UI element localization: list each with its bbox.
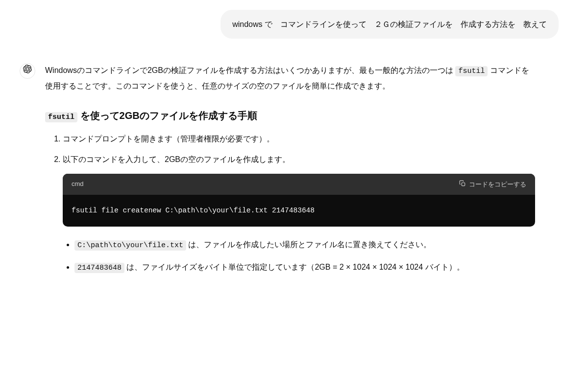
bullet-list: C:\path\to\your\file.txt は、ファイルを作成したい場所と…	[45, 237, 535, 275]
section-heading: fsutil を使って2GBのファイルを作成する手順	[45, 108, 535, 123]
code-block: cmd コードをコピーする fsutil file createnew C:\p…	[63, 174, 535, 227]
inline-code-fsutil: fsutil	[455, 66, 488, 76]
openai-logo-icon	[23, 64, 32, 78]
bullet-item-2: 2147483648 は、ファイルサイズをバイト単位で指定しています（2GB =…	[74, 260, 535, 276]
assistant-avatar	[20, 63, 35, 79]
user-message-text: windows で コマンドラインを使って ２Ｇの検証ファイルを 作成する方法を…	[232, 20, 547, 28]
code-lang-label: cmd	[72, 179, 84, 190]
code-body[interactable]: fsutil file createnew C:\path\to\your\fi…	[63, 195, 535, 227]
user-message-row: windows で コマンドラインを使って ２Ｇの検証ファイルを 作成する方法を…	[20, 10, 568, 39]
intro-text-prefix: Windowsのコマンドラインで2GBの検証ファイルを作成する方法はいくつかあり…	[45, 66, 455, 74]
bullet-item-1: C:\path\to\your\file.txt は、ファイルを作成したい場所と…	[74, 237, 535, 253]
assistant-content: Windowsのコマンドラインで2GBの検証ファイルを作成する方法はいくつかあり…	[45, 63, 535, 282]
step-item-1: コマンドプロンプトを開きます（管理者権限が必要です）。	[63, 132, 535, 146]
step-item-2: 以下のコマンドを入力して、2GBの空のファイルを作成します。	[63, 153, 535, 167]
heading-inline-code: fsutil	[45, 112, 77, 122]
heading-suffix: を使って2GBのファイルを作成する手順	[77, 110, 257, 121]
step-2-text: 以下のコマンドを入力して、2GBの空のファイルを作成します。	[63, 155, 290, 163]
code-block-header: cmd コードをコピーする	[63, 174, 535, 195]
bullet-2-code: 2147483648	[74, 263, 124, 273]
assistant-message-row: Windowsのコマンドラインで2GBの検証ファイルを作成する方法はいくつかあり…	[20, 63, 568, 282]
bullet-2-text: は、ファイルサイズをバイト単位で指定しています（2GB = 2 × 1024 ×…	[124, 263, 465, 271]
step-1-text: コマンドプロンプトを開きます（管理者権限が必要です）。	[63, 135, 274, 143]
steps-list: コマンドプロンプトを開きます（管理者権限が必要です）。 以下のコマンドを入力して…	[45, 132, 535, 167]
bullet-1-text: は、ファイルを作成したい場所とファイル名に置き換えてください。	[186, 240, 431, 249]
bullet-1-code: C:\path\to\your\file.txt	[74, 240, 186, 251]
copy-icon	[459, 180, 466, 188]
svg-rect-0	[462, 183, 465, 185]
copy-code-button[interactable]: コードをコピーする	[459, 180, 526, 189]
intro-paragraph: Windowsのコマンドラインで2GBの検証ファイルを作成する方法はいくつかあり…	[45, 63, 535, 93]
copy-button-label: コードをコピーする	[469, 180, 526, 189]
user-message-bubble: windows で コマンドラインを使って ２Ｇの検証ファイルを 作成する方法を…	[220, 10, 559, 39]
